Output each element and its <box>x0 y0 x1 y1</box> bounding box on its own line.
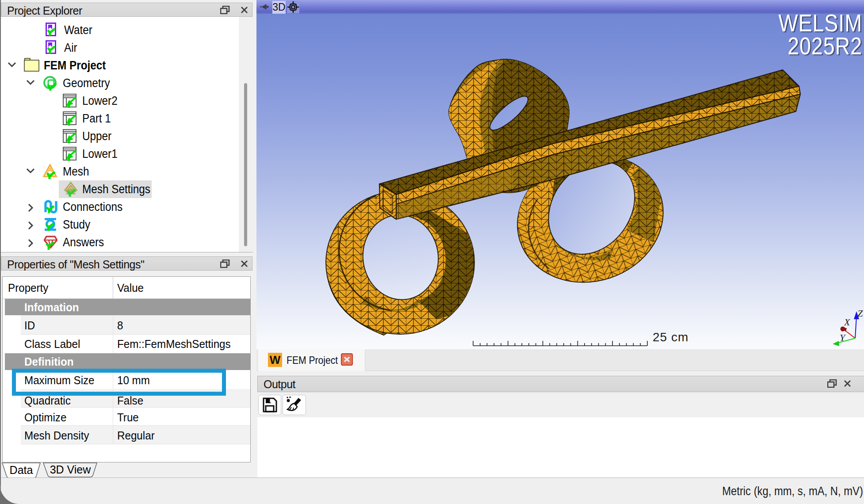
svg-text:Y: Y <box>840 332 846 343</box>
svg-text:X: X <box>844 317 851 328</box>
svg-text:Data: Data <box>10 464 33 476</box>
svg-text:Z: Z <box>857 308 863 319</box>
svg-text:3D View: 3D View <box>50 463 92 476</box>
svg-text:25 cm: 25 cm <box>653 330 688 344</box>
